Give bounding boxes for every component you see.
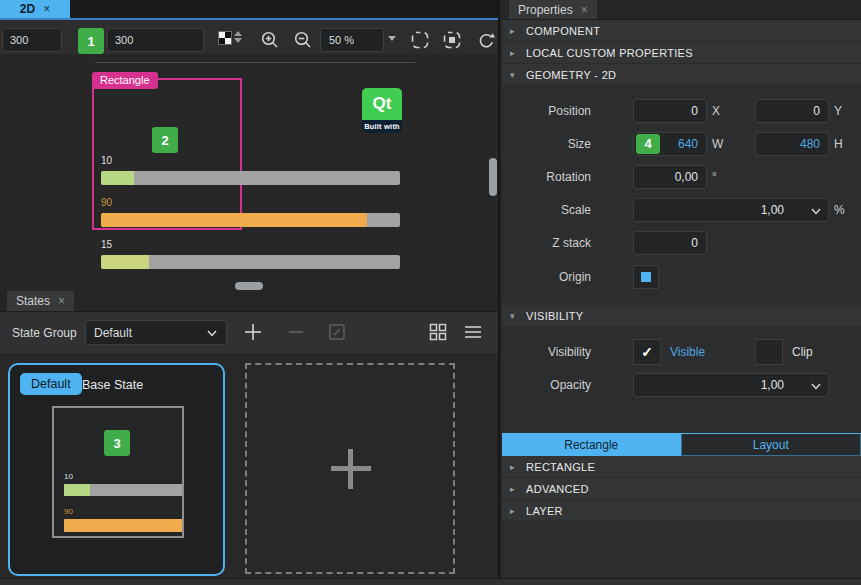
override-width-input[interactable]: 300 (2, 28, 62, 52)
origin-label: Origin (502, 270, 633, 284)
tab-states[interactable]: States × (7, 291, 74, 311)
section-rectangle[interactable]: ▸ RECTANGLE (502, 456, 861, 478)
states-toolbar: State Group Default (0, 312, 498, 353)
list-view-icon[interactable] (463, 322, 483, 342)
tab-rectangle[interactable]: Rectangle (502, 434, 681, 456)
qt-design-studio-workspace: { "colors": { "accent_blue": "#4fb3f2", … (0, 0, 861, 585)
add-state-dropzone[interactable] (245, 363, 455, 574)
close-icon[interactable]: × (43, 2, 50, 16)
thumb-progressbar-fill (64, 519, 182, 532)
visibility-row: Visibility ✓ Visible Clip (502, 335, 861, 368)
section-visibility[interactable]: ▾ VISIBILITY (502, 305, 861, 327)
rotation-row: Rotation 0,00 ° (502, 160, 861, 193)
clip-checkbox-label: Clip (783, 345, 813, 359)
visible-checkbox[interactable]: ✓ (633, 339, 661, 365)
position-x-input[interactable]: 0 (633, 99, 707, 123)
background-color-toggle-icon[interactable] (218, 31, 232, 45)
fit-to-view-button[interactable] (410, 30, 430, 50)
size-height-input[interactable]: 480 (755, 132, 829, 156)
zoom-out-button[interactable] (293, 30, 313, 50)
section-geometry-2d[interactable]: ▾ GEOMETRY - 2D (502, 64, 861, 86)
tab-properties[interactable]: Properties × (509, 0, 597, 19)
position-row: Position 0 X 0 Y (502, 94, 861, 127)
override-height-value: 300 (115, 34, 133, 46)
visibility-label: Visibility (502, 345, 633, 359)
bottom-edge-strip (0, 578, 861, 585)
rotation-input[interactable]: 0,00 (633, 165, 707, 189)
tab-layout[interactable]: Layout (681, 434, 861, 456)
rename-state-group-button[interactable] (327, 322, 347, 342)
thumbnail-view-icon[interactable] (428, 322, 448, 342)
progressbar-fill (101, 213, 367, 227)
progressbar (101, 255, 400, 269)
position-y-input[interactable]: 0 (755, 99, 829, 123)
qt-built-with-logo: Qt Built with (362, 88, 402, 133)
state-kind-label: Base State (82, 378, 143, 392)
thumb-bar-label: 90 (64, 507, 73, 516)
horizontal-scrollbar[interactable] (235, 282, 263, 290)
opacity-select[interactable]: 1,00 (633, 373, 829, 397)
states-tab-bar: States × (0, 291, 498, 312)
section-layer[interactable]: ▸ LAYER (502, 500, 861, 522)
properties-body: ▸ COMPONENT ▸ LOCAL CUSTOM PROPERTIES ▾ … (502, 20, 861, 522)
zstack-row: Z stack 0 (502, 226, 861, 259)
background-stepper[interactable] (233, 30, 243, 44)
scale-select[interactable]: 1,00 (633, 198, 829, 222)
component-edge-line (95, 62, 415, 63)
2d-view-panel: 2D × 300 1 300 (0, 0, 498, 291)
origin-selector-button[interactable] (633, 265, 659, 289)
zstack-label: Z stack (502, 236, 633, 250)
zoom-level-select[interactable]: 50 % (320, 28, 384, 52)
state-name-pill[interactable]: Default (20, 373, 82, 395)
state-card-default[interactable]: Default Base State 3 10 90 (8, 363, 225, 576)
remove-state-group-button[interactable] (286, 322, 306, 342)
vertical-scrollbar[interactable] (489, 158, 497, 196)
section-advanced[interactable]: ▸ ADVANCED (502, 478, 861, 500)
zoom-in-button[interactable] (260, 30, 280, 50)
unit-y: Y (829, 104, 861, 118)
zoom-level-dropdown-icon[interactable] (388, 36, 396, 41)
close-icon[interactable]: × (581, 3, 588, 17)
selection-rectangle[interactable] (92, 78, 242, 230)
clip-checkbox[interactable] (755, 339, 783, 365)
size-label: Size (502, 137, 633, 151)
override-height-input[interactable]: 300 (107, 28, 204, 52)
states-panel: States × State Group Default (0, 291, 498, 578)
chevron-right-icon: ▸ (510, 484, 519, 494)
2d-canvas[interactable]: Rectangle 2 Qt Built with 10 90 1 (0, 54, 498, 291)
states-content: Default Base State 3 10 90 (0, 353, 498, 578)
add-state-group-button[interactable] (243, 322, 263, 342)
chevron-right-icon: ▸ (510, 462, 519, 472)
thumb-progressbar (64, 519, 182, 532)
step-up-icon[interactable] (234, 31, 242, 36)
chevron-down-icon (810, 380, 822, 392)
section-component[interactable]: ▸ COMPONENT (502, 20, 861, 42)
state-group-select[interactable]: Default (85, 320, 227, 345)
state-thumbnail[interactable]: 3 10 90 (52, 406, 184, 538)
thumb-bar-label: 10 (64, 472, 73, 481)
step-down-icon[interactable] (234, 38, 242, 43)
unit-h: H (829, 137, 861, 151)
progressbar-value-label: 90 (101, 197, 112, 208)
progressbar-value-label: 15 (101, 239, 112, 250)
rotation-label: Rotation (502, 170, 633, 184)
rotation-unit: ° (707, 170, 740, 184)
tab-2d[interactable]: 2D × (0, 0, 70, 18)
reset-view-button[interactable] (476, 30, 496, 50)
size-width-input[interactable]: 4 640 (633, 132, 707, 156)
close-icon[interactable]: × (58, 294, 65, 308)
chevron-down-icon (810, 205, 822, 217)
chevron-right-icon: ▸ (510, 26, 519, 36)
zoom-to-selection-button[interactable] (442, 30, 462, 50)
origin-row: Origin (502, 259, 861, 295)
properties-panel: Properties × ▸ COMPONENT ▸ LOCAL CUSTOM … (502, 0, 861, 578)
unit-w: W (707, 137, 740, 151)
section-local-custom-properties[interactable]: ▸ LOCAL CUSTOM PROPERTIES (502, 42, 861, 64)
origin-center-indicator (641, 272, 651, 282)
zstack-input[interactable]: 0 (633, 231, 707, 255)
state-group-value: Default (94, 326, 132, 340)
state-group-label: State Group (12, 312, 77, 353)
progressbar (101, 213, 400, 227)
chevron-down-icon: ▾ (510, 70, 519, 80)
2d-tab-bar: 2D × (0, 0, 498, 18)
